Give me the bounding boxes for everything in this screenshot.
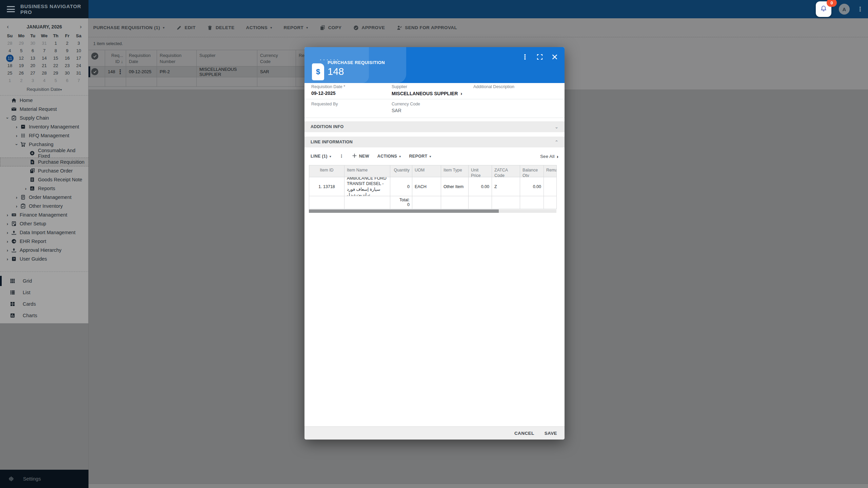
line-items-table: Item IDItem NameQuantityUOMItem TypeUnit… [309,165,557,209]
chevron-right-icon: › [557,154,558,159]
plus-icon [352,153,357,159]
line-toolbar: LINE (1)▾ ⋮ NEW ACTIONS▾ REPORT▾ See All… [304,150,565,163]
line-table-cell: 0.00 [520,177,544,196]
kebab-icon[interactable]: ⋮ [857,6,863,12]
kebab-icon[interactable]: ⋮ [339,154,344,159]
line-table-row[interactable]: 1. 13718AMBULANCE FORD TRANSIT DIESEL - … [309,177,557,196]
requisition-date-label: Requisition Date * [311,84,345,89]
addition-info-section-header[interactable]: ADDITION INFO ⌄ [304,121,565,132]
line-table-total-row: Total:0 [309,196,557,209]
top-header-right: 0 A ⋮ [816,0,863,18]
line-table-cell: 1. 13718 [309,177,344,196]
document-dollar-icon: $ [312,63,324,80]
modal-record-id: 148 [328,66,344,77]
line-column-header[interactable]: UOM [412,165,441,177]
top-header-left: BUSINESS NAVIGATOR PRO [0,0,88,18]
line-column-header[interactable]: Item ID [309,165,344,177]
line-information-section-header[interactable]: LINE INFORMATION ⌃ [304,137,565,147]
hamburger-icon[interactable] [7,6,15,12]
total-value: 0 [393,202,410,207]
line-column-header[interactable]: Remarks [544,165,557,177]
line-actions-dropdown[interactable]: ACTIONS▾ [377,154,401,159]
line-table-cell [520,196,544,209]
total-label: Total: [393,198,410,202]
line-column-header[interactable]: Quantity [390,165,412,177]
chevron-up-icon: ⌃ [555,140,558,145]
line-table-cell: Other Item [441,177,469,196]
modal-title: PURCHASE REQUISITION [328,60,385,65]
cancel-button[interactable]: CANCEL [514,431,534,436]
modal-footer: CANCEL SAVE [304,426,565,440]
line-table-cell [441,196,469,209]
line-table-cell: 0 [390,177,412,196]
line-report-dropdown[interactable]: REPORT▾ [409,154,431,159]
purchase-requisition-modal: $ PURCHASE REQUISITION 148 ⋮ Requisition… [304,47,565,440]
line-column-header[interactable]: ZATCA Code [492,165,520,177]
modal-header: $ PURCHASE REQUISITION 148 ⋮ [304,47,565,83]
currency-code-value: SAR [392,108,420,113]
supplier-value[interactable]: MISCELLANEOUS SUPPLIER › [392,90,462,96]
line-table-cell: 0.00 [469,177,492,196]
line-table-header-row: Item IDItem NameQuantityUOMItem TypeUnit… [309,165,557,177]
supplier-label: Supplier [392,84,462,89]
scrollbar-thumb[interactable] [309,209,499,213]
fullscreen-icon[interactable] [536,53,544,61]
line-table-cell [309,196,344,209]
line-table-cell: Z [492,177,520,196]
line-table-cell [412,196,441,209]
divider [304,99,565,99]
additional-description-label: Additional Description [473,84,514,89]
requisition-date-value[interactable]: 09-12-2025 [311,90,345,96]
chevron-down-icon: ⌄ [555,124,558,129]
notifications-button[interactable]: 0 [816,1,831,17]
line-count-dropdown[interactable]: LINE (1)▾ [311,154,331,159]
app-title: BUSINESS NAVIGATOR PRO [20,3,88,15]
line-column-header[interactable]: Unit Price [469,165,492,177]
line-column-header[interactable]: Item Name [344,165,390,177]
divider [304,118,565,118]
kebab-icon[interactable]: ⋮ [521,53,529,61]
new-line-button[interactable]: NEW [352,153,369,159]
line-table-cell [544,196,557,209]
bell-icon [820,5,827,13]
chevron-right-icon[interactable]: › [460,90,462,96]
line-table-cell [344,196,390,209]
line-table-cell [469,196,492,209]
line-table-cell: Total:0 [390,196,412,209]
save-button[interactable]: SAVE [545,431,557,436]
line-table-cell: EACH [412,177,441,196]
see-all-link[interactable]: See All› [540,154,558,159]
line-table-scrollbar[interactable] [309,209,556,213]
close-icon[interactable] [551,53,558,61]
avatar[interactable]: A [839,4,850,15]
requested-by-label: Requested By [311,102,338,106]
line-table-cell [492,196,520,209]
line-table-cell: AMBULANCE FORD TRANSIT DIESEL - سيارة إس… [344,177,390,196]
top-header-bar: BUSINESS NAVIGATOR PRO 0 A ⋮ [0,0,868,18]
line-column-header[interactable]: Item Type [441,165,469,177]
notification-badge: 0 [827,0,837,7]
currency-code-label: Currency Code [392,102,420,106]
line-column-header[interactable]: Balance Qty [520,165,544,177]
line-table-cell [544,177,557,196]
